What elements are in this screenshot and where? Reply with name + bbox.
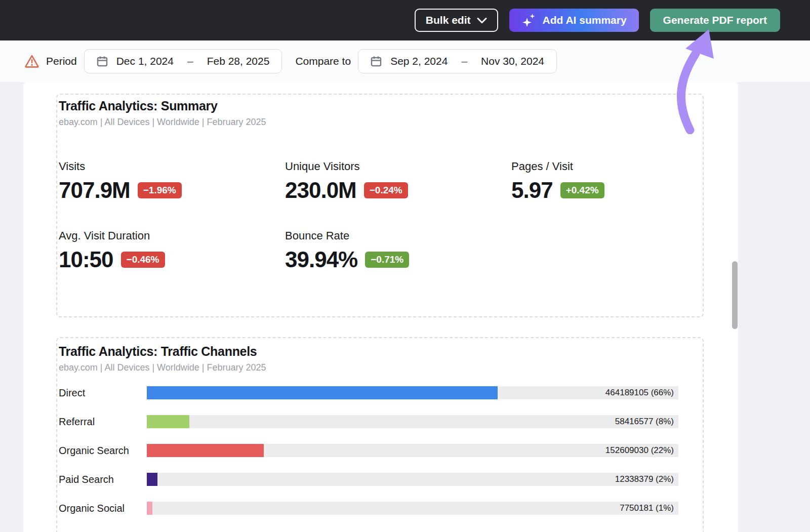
widget-traffic-channels[interactable]: Traffic Analytics: Traffic Channels ebay… (56, 337, 704, 532)
channel-row: Referral 58416577 (8%) (59, 415, 678, 428)
channel-bar-track: 152609030 (22%) (147, 444, 678, 457)
generate-pdf-report-button[interactable]: Generate PDF report (650, 9, 780, 32)
channel-row: Organic Search 152609030 (22%) (59, 444, 678, 457)
metric-change-badge: +0.42% (560, 182, 604, 198)
compare-to-label: Compare to (295, 55, 351, 67)
metric-change-badge: −1.96% (138, 182, 182, 198)
widget-subtitle: ebay.com | All Devices | Worldwide | Feb… (59, 117, 697, 128)
metric-change-badge: −0.46% (121, 252, 165, 268)
channel-row: Paid Search 12338379 (2%) (59, 473, 678, 486)
channel-value: 12338379 (2%) (615, 473, 674, 486)
calendar-icon (371, 56, 382, 67)
metric-value: 5.97 (511, 178, 553, 203)
bulk-edit-label: Bulk edit (426, 14, 471, 26)
bulk-edit-button[interactable]: Bulk edit (415, 9, 498, 32)
channel-value: 7750181 (1%) (620, 502, 674, 515)
period-date-range-picker[interactable]: Dec 1, 2024 – Feb 28, 2025 (84, 49, 282, 73)
channel-label: Organic Search (59, 445, 147, 457)
channel-bar-fill (147, 502, 152, 515)
period-end-date: Feb 28, 2025 (207, 55, 270, 67)
widget-subtitle: ebay.com | All Devices | Worldwide | Feb… (59, 362, 697, 373)
channel-bar-track: 464189105 (66%) (147, 386, 678, 399)
metric-label: Visits (59, 160, 285, 173)
channel-bar-fill (147, 444, 264, 457)
widget-title: Traffic Analytics: Summary (59, 99, 697, 113)
metric-value: 10:50 (59, 247, 113, 272)
add-ai-summary-label: Add AI summary (543, 14, 627, 26)
widget-title: Traffic Analytics: Traffic Channels (59, 344, 697, 359)
compare-start-date: Sep 2, 2024 (390, 55, 448, 67)
app-window: Bulk edit Add AI summary Generate PDF re… (0, 0, 810, 532)
metric-change-badge: −0.24% (364, 182, 408, 198)
metric-label: Unique Visitors (285, 160, 511, 173)
channel-label: Direct (59, 387, 147, 399)
channels-bar-chart: Direct 464189105 (66%) Referral 58416577… (59, 386, 697, 515)
channel-label: Organic Social (59, 503, 147, 514)
compare-end-date: Nov 30, 2024 (481, 55, 544, 67)
metric-value: 39.94% (285, 247, 357, 272)
metric-change-badge: −0.71% (365, 252, 409, 268)
metric: Unique Visitors 230.0M −0.24% (285, 160, 511, 203)
metric: Bounce Rate 39.94% −0.71% (285, 229, 511, 272)
metric-label: Avg. Visit Duration (59, 229, 285, 242)
metric-value: 707.9M (59, 178, 130, 203)
metric: Avg. Visit Duration 10:50 −0.46% (59, 229, 285, 272)
channel-value: 58416577 (8%) (615, 415, 674, 428)
add-ai-summary-button[interactable]: Add AI summary (509, 9, 639, 32)
channel-bar-fill (147, 386, 498, 399)
metric-label: Bounce Rate (285, 229, 511, 242)
compare-range-separator: – (461, 55, 467, 67)
period-start-date: Dec 1, 2024 (116, 55, 174, 67)
metric-label: Pages / Visit (511, 160, 704, 173)
generate-pdf-report-label: Generate PDF report (663, 14, 767, 26)
channel-bar-track: 12338379 (2%) (147, 473, 678, 486)
channel-bar-track: 58416577 (8%) (147, 415, 678, 428)
channel-value: 152609030 (22%) (605, 444, 674, 457)
channel-bar-fill (147, 473, 157, 486)
channel-row: Organic Social 7750181 (1%) (59, 502, 678, 515)
widget-traffic-summary[interactable]: Traffic Analytics: Summary ebay.com | Al… (56, 94, 704, 317)
period-range-separator: – (187, 55, 193, 67)
warning-triangle-icon (24, 54, 39, 68)
top-toolbar: Bulk edit Add AI summary Generate PDF re… (0, 0, 810, 40)
channel-bar-fill (147, 415, 189, 428)
metric: Visits 707.9M −1.96% (59, 160, 285, 203)
vertical-scrollbar-thumb[interactable] (732, 261, 738, 329)
period-label: Period (46, 55, 77, 67)
filter-bar: Period Dec 1, 2024 – Feb 28, 2025 Compar… (0, 40, 810, 82)
channel-row: Direct 464189105 (66%) (59, 386, 678, 399)
summary-metrics: Visits 707.9M −1.96% Unique Visitors 230… (59, 160, 697, 272)
channel-value: 464189105 (66%) (605, 386, 674, 399)
channel-bar-track: 7750181 (1%) (147, 502, 678, 515)
sparkles-icon (521, 13, 537, 28)
channel-label: Referral (59, 416, 147, 428)
metric: Pages / Visit 5.97 +0.42% (511, 160, 704, 203)
channel-label: Paid Search (59, 474, 147, 485)
chevron-down-icon (477, 17, 487, 24)
calendar-icon (97, 56, 108, 67)
metric-value: 230.0M (285, 178, 356, 203)
compare-date-range-picker[interactable]: Sep 2, 2024 – Nov 30, 2024 (358, 49, 557, 73)
report-canvas: Traffic Analytics: Summary ebay.com | Al… (23, 82, 738, 532)
